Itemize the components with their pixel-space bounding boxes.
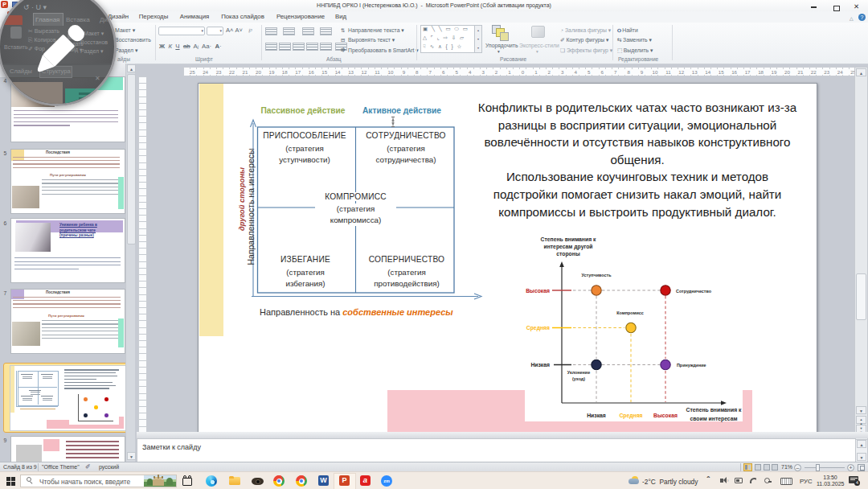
svg-text:(уход): (уход) [572,376,585,381]
svg-text:Низкая: Низкая [530,362,550,368]
svg-text:Уступчивость: Уступчивость [582,273,612,277]
svg-text:Низкая: Низкая [587,413,606,418]
svg-text:Средняя: Средняя [619,413,642,419]
svg-text:своим интересам: своим интересам [690,416,737,422]
svg-text:Сотрудничество: Сотрудничество [676,289,712,294]
svg-text:Уклонение: Уклонение [567,370,590,375]
svg-text:Высокая: Высокая [653,413,678,418]
svg-text:Принуждение: Принуждение [677,363,706,368]
svg-text:Степень внимания к: Степень внимания к [686,407,742,413]
svg-text:интересам другой: интересам другой [543,244,592,250]
svg-text:Высокая: Высокая [526,288,550,294]
svg-text:стороны: стороны [556,251,580,257]
svg-text:Средняя: Средняя [526,325,550,331]
svg-text:Компромисс: Компромисс [616,310,644,315]
svg-text:Степень внимания к: Степень внимания к [541,236,596,242]
